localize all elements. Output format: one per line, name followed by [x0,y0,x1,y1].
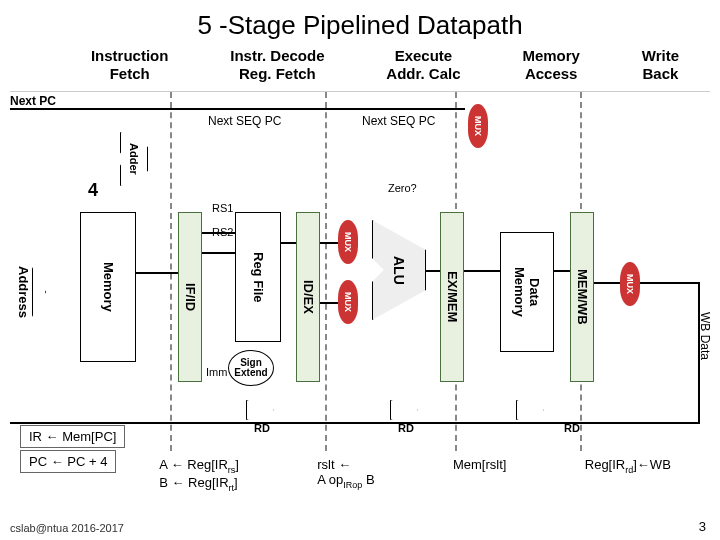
reg-file: Reg File [235,212,281,342]
sign-extend: Sign Extend [228,350,274,386]
footer-right: 3 [699,519,706,534]
pipe-exmem: EX/MEM [440,212,464,382]
rtl-ab: A ← Reg[IRrs] B ← Reg[IRrt] [159,457,239,492]
instr-memory: Memory [80,212,136,362]
stage-headers: Instruction Fetch Instr. Decode Reg. Fet… [0,47,720,83]
stage-if: Instruction Fetch [91,47,169,83]
rtl-row: A ← Reg[IRrs] B ← Reg[IRrt] rslt ← A opI… [120,457,710,492]
label-address: Address [16,232,31,352]
label-wb-data: WB Data [698,312,712,360]
stage-mem: Memory Access [522,47,580,83]
label-zero: Zero? [388,182,417,194]
label-next-seq-pc-2: Next SEQ PC [362,114,435,128]
label-rd-2: RD [398,422,414,434]
label-next-seq-pc-1: Next SEQ PC [208,114,281,128]
label-rs1: RS1 [212,202,233,214]
rtl-rslt: rslt ← A opIRop B [317,457,374,492]
data-memory: Data Memory [500,232,554,352]
label-rd-1: RD [254,422,270,434]
mux-alu-a: MUX [338,220,358,264]
stage-wb: Write Back [642,47,679,83]
label-four: 4 [88,180,98,201]
label-next-pc: Next PC [10,94,56,108]
pipe-memwb: MEM/WB [570,212,594,382]
page-title: 5 -Stage Pipelined Datapath [0,0,720,47]
rtl-wb: Reg[IRrd]←WB [585,457,671,492]
mux-alu-b: MUX [338,280,358,324]
label-rd-3: RD [564,422,580,434]
rtl-pc: PC ← PC + 4 [20,450,116,473]
mux-wb: MUX [620,262,640,306]
diagram-canvas: Next PC Next SEQ PC Next SEQ PC MUX Adde… [10,91,710,451]
rtl-mem: Mem[rslt] [453,457,506,492]
pipe-ifid: IF/ID [178,212,202,382]
stage-ex: Execute Addr. Calc [386,47,460,83]
rtl-ir: IR ← Mem[PC] [20,425,125,448]
label-imm: Imm [206,366,227,378]
alu-block: ALU [372,220,426,320]
mux-next-pc: MUX [468,104,488,148]
footer-left: cslab@ntua 2016-2017 [10,522,124,534]
stage-id: Instr. Decode Reg. Fetch [230,47,324,83]
pipe-idex: ID/EX [296,212,320,382]
adder-block: Adder [120,132,148,186]
